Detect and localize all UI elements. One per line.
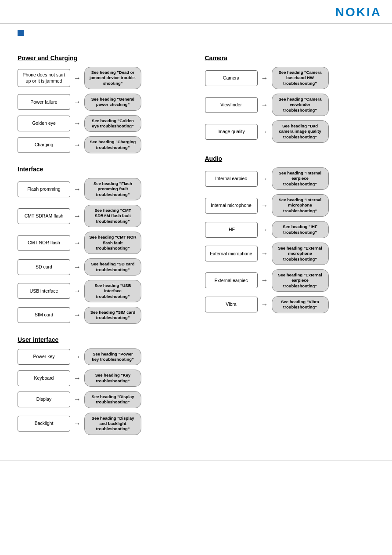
flow-row: Golden eye → See heading "Golden eye tro… bbox=[18, 115, 187, 132]
flow-box-internal-earpiec: Internal earpiec bbox=[205, 171, 258, 187]
flow-row: Internal microphone → See heading "Inter… bbox=[205, 194, 375, 217]
flow-row: Display → See heading "Display troublesh… bbox=[18, 391, 187, 408]
flow-row: Keyboard → See heading "Key troubleshoot… bbox=[18, 370, 187, 387]
arrow-icon: → bbox=[70, 74, 84, 82]
flow-box-sim-card: SIM card bbox=[18, 307, 70, 323]
flow-box-vibra: Vibra bbox=[205, 297, 258, 312]
flow-row: External earpiec → See heading "External… bbox=[205, 269, 375, 292]
flow-box-camera: Camera bbox=[205, 70, 258, 86]
flow-box-golden-eye: Golden eye bbox=[18, 116, 70, 131]
arrow-icon: → bbox=[70, 212, 84, 220]
right-column: Camera Camera → See heading "Camera base… bbox=[205, 54, 375, 447]
section-title-audio: Audio bbox=[205, 155, 375, 162]
target-box-backlight: See heading "Display and backlight troub… bbox=[84, 413, 141, 435]
arrow-icon: → bbox=[70, 120, 84, 127]
target-box-usb: See heading "USB interface troubleshooti… bbox=[84, 280, 141, 302]
flow-row: USB interface → See heading "USB interfa… bbox=[18, 280, 187, 302]
section-user-interface: User interface Power key → See heading "… bbox=[18, 336, 187, 435]
arrow-icon: → bbox=[70, 263, 84, 271]
arrow-icon: → bbox=[70, 420, 84, 428]
target-box-charging: See heading "Charging troubleshooting" bbox=[84, 136, 141, 153]
flow-box-flash-promming: Flash promming bbox=[18, 181, 70, 197]
left-column: Power and Charging Phone does not start … bbox=[18, 54, 187, 447]
target-box-image-quality: See heading "Bad camera image quality tr… bbox=[272, 120, 329, 143]
flow-row: Flash promming → See heading "Flash prom… bbox=[18, 178, 187, 200]
target-box-cmt-sdram: See heading "CMT SDRAM flash fault troub… bbox=[84, 205, 141, 227]
flow-box-viewfinder: Viewfinder bbox=[205, 97, 258, 113]
target-box-flash-promming: See heading "Flash promming fault troubl… bbox=[84, 178, 141, 200]
target-box-display: See heading "Display troubleshooting" bbox=[84, 391, 141, 408]
arrow-icon: → bbox=[258, 276, 272, 284]
flow-row: Backlight → See heading "Display and bac… bbox=[18, 413, 187, 435]
arrow-icon: → bbox=[70, 287, 84, 295]
target-box-viewfinder: See heading "Camera viewfinder troublesh… bbox=[272, 94, 329, 116]
flow-row: Power key → See heading "Power key troub… bbox=[18, 348, 187, 366]
nokia-logo: NOKIA bbox=[335, 5, 381, 19]
arrow-icon: → bbox=[258, 74, 272, 82]
flow-box-ihf: IHF bbox=[205, 222, 258, 238]
section-audio: Audio Internal earpiec → See heading "In… bbox=[205, 155, 375, 313]
arrow-icon: → bbox=[70, 395, 84, 403]
arrow-icon: → bbox=[70, 185, 84, 193]
flow-box-phone-not-start: Phone does not start up or it is jammed bbox=[18, 69, 70, 87]
target-box-external-earpiec: See heading "External earpiece troublesh… bbox=[272, 269, 329, 292]
flow-box-keyboard: Keyboard bbox=[18, 370, 70, 386]
flow-row: SIM card → See heading "SIM card trouble… bbox=[18, 307, 187, 324]
target-box-golden-eye: See heading "Golden eye troubleshooting" bbox=[84, 115, 141, 132]
flow-box-backlight: Backlight bbox=[18, 416, 70, 432]
arrow-icon: → bbox=[258, 175, 272, 183]
main-content: Power and Charging Phone does not start … bbox=[0, 54, 392, 447]
top-area bbox=[0, 24, 392, 54]
section-camera: Camera Camera → See heading "Camera base… bbox=[205, 54, 375, 143]
flow-row: Camera → See heading "Camera baseband HW… bbox=[205, 67, 375, 89]
target-box-internal-earpiece: See heading "Internal earpiece troublesh… bbox=[272, 167, 329, 190]
flow-row: Phone does not start up or it is jammed … bbox=[18, 67, 187, 89]
arrow-icon: → bbox=[70, 353, 84, 361]
arrow-icon: → bbox=[258, 250, 272, 258]
flow-row: CMT NOR flash → See heading "CMT NOR fla… bbox=[18, 232, 187, 254]
target-box-sd-card: See heading "SD card troubleshooting" bbox=[84, 258, 141, 276]
section-title-power-charging: Power and Charging bbox=[18, 54, 187, 62]
target-box-sim-card: See heading "SIM card troubleshooting" bbox=[84, 307, 141, 324]
header: NOKIA bbox=[0, 0, 392, 24]
arrow-icon: → bbox=[70, 311, 84, 319]
flow-row: Vibra → See heading "Vibra troubleshooti… bbox=[205, 296, 375, 313]
flow-row: SD card → See heading "SD card troublesh… bbox=[18, 258, 187, 276]
flow-row: Charging → See heading "Charging trouble… bbox=[18, 136, 187, 153]
arrow-icon: → bbox=[258, 101, 272, 109]
arrow-icon: → bbox=[258, 226, 272, 234]
flow-box-usb: USB interface bbox=[18, 283, 70, 299]
flow-box-charging: Charging bbox=[18, 137, 70, 153]
arrow-icon: → bbox=[258, 128, 272, 136]
arrow-icon: → bbox=[70, 141, 84, 149]
blue-square-icon bbox=[18, 30, 24, 36]
target-box-power-key: See heading "Power key troubleshooting" bbox=[84, 348, 141, 366]
section-power-charging: Power and Charging Phone does not start … bbox=[18, 54, 187, 153]
arrow-icon: → bbox=[70, 98, 84, 106]
flow-box-image-quality: Image quality bbox=[205, 124, 258, 140]
arrow-icon: → bbox=[70, 374, 84, 382]
section-title-interface: Interface bbox=[18, 166, 187, 173]
target-box-general-power: See heading "General power checking" bbox=[84, 94, 141, 111]
flow-row: Internal earpiec → See heading "Internal… bbox=[205, 167, 375, 190]
target-box-keyboard: See heading "Key troubleshooting" bbox=[84, 370, 141, 387]
target-box-dead-jammed: See heading "Dead or jammed device troub… bbox=[84, 67, 141, 89]
section-title-camera: Camera bbox=[205, 54, 375, 62]
section-interface: Interface Flash promming → See heading "… bbox=[18, 166, 187, 324]
section-title-user-interface: User interface bbox=[18, 336, 187, 343]
target-box-external-mic: See heading "External microphone trouble… bbox=[272, 243, 329, 265]
flow-box-cmt-sdram: CMT SDRAM flash bbox=[18, 208, 70, 224]
target-box-vibra: See heading "Vibra troubleshooting" bbox=[272, 296, 329, 313]
flow-row: IHF → See heading "IHF troubleshooting" bbox=[205, 221, 375, 238]
arrow-icon: → bbox=[258, 301, 272, 308]
target-box-cmt-nor: See heading "CMT NOR flash fault trouble… bbox=[84, 232, 141, 254]
flow-box-power-failure: Power failure bbox=[18, 94, 70, 110]
flow-row: Image quality → See heading "Bad camera … bbox=[205, 120, 375, 143]
footer bbox=[0, 461, 392, 470]
flow-box-power-key: Power key bbox=[18, 349, 70, 365]
flow-row: Power failure → See heading "General pow… bbox=[18, 94, 187, 111]
flow-row: Viewfinder → See heading "Camera viewfin… bbox=[205, 94, 375, 116]
flow-box-display: Display bbox=[18, 392, 70, 407]
flow-box-external-mic: External microphone bbox=[205, 246, 258, 261]
flow-box-sd-card: SD card bbox=[18, 259, 70, 275]
